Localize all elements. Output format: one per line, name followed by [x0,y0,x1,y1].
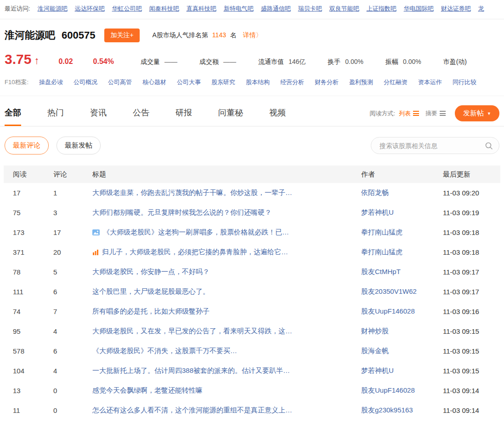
recent-visit-link[interactable]: 闻泰科技吧 [149,5,179,13]
f10-link[interactable]: 分红融资 [384,78,408,86]
stock-code: 600575 [62,29,95,41]
f10-link[interactable]: 公司概况 [74,78,97,86]
f10-link[interactable]: 公司大事 [177,78,201,86]
post-title-cell: 这个股巴里，大尸级老屁股最恶心了。 [92,287,361,296]
quote-field: 市盈(动) [443,58,471,66]
latest-posts-button[interactable]: 最新发帖 [57,137,101,154]
read-count: 173 [13,229,53,236]
search-input[interactable] [379,142,485,150]
post-title-link[interactable]: 《大师级老股民》这老狗一刷屏唱多，股票价格就必跌！已… [103,228,289,237]
follow-button[interactable]: 加关注+ [104,29,139,42]
filters-row: 最新评论 最新发帖 [0,126,504,154]
post-author-link[interactable]: 股友UupF146028 [361,386,443,395]
recent-visit-link[interactable]: 上证指数吧 [367,5,396,13]
f10-link[interactable]: 同行比较 [453,78,476,86]
recent-visit-link[interactable]: 华电国际吧 [404,5,434,13]
quote-field: 成交额—— [199,58,236,66]
quote-field-label: 换手 [328,58,340,66]
f10-link[interactable]: 经营分析 [280,78,304,86]
post-updated-time: 11-03 09:17 [443,288,500,296]
post-title-link[interactable]: 这个股巴里，大尸级老屁股最恶心了。 [92,287,210,296]
recent-visit-link[interactable]: 盛路通信吧 [261,5,291,13]
post-author-link[interactable]: 股友CtMHpT [361,268,443,276]
search-icon[interactable] [485,142,493,150]
post-author-link[interactable]: 梦若神机U [361,366,443,375]
f10-link[interactable]: 股东研究 [211,78,235,86]
tab-all[interactable]: 全部 [5,104,21,126]
quote-field-label: 流通市值 [258,58,284,66]
post-author-link[interactable]: 拳打南山猛虎 [361,228,443,237]
comment-count: 4 [53,327,92,335]
f10-link[interactable]: 公司高管 [108,78,132,86]
post-title-cell: 归儿子，大师级老股民，必须把它揍的鼻青脸肿，达遍给它… [92,248,361,257]
f10-link[interactable]: 盈利预测 [349,78,373,86]
post-title-link[interactable]: 一大批新托上场了。估计周四388被套的派来的。估计又要趴半… [92,366,290,375]
post-updated-time: 11-03 09:17 [443,268,500,276]
tab-reports[interactable]: 研报 [176,104,192,126]
post-author-link[interactable]: 财神炒股 [361,327,443,336]
tab-announcements[interactable]: 公告 [133,104,149,126]
post-title-link[interactable]: 大师级老胶民，你安静一点，不好吗？ [92,268,210,276]
recent-visit-link[interactable]: 财达证券吧 [441,5,471,13]
post-author-link[interactable]: 股友g230k95163 [361,406,443,415]
f10-label: F10档案: [5,78,28,86]
post-title-cell: 大师级老股民，又在发，早已发的公告了，看来明天又得跌，这… [92,327,361,336]
rank-suffix: 名 [230,31,237,39]
f10-link[interactable]: 资本运作 [418,78,442,86]
recent-visit-link[interactable]: 远达环保吧 [75,5,105,13]
read-mode-list[interactable]: 列表 [399,109,419,118]
read-count: 13 [13,387,53,394]
recent-visit-link[interactable]: 双良节能吧 [329,5,359,13]
comment-count: 3 [53,209,92,217]
read-mode-digest-label: 摘要 [425,109,437,118]
tab-hot[interactable]: 热门 [47,104,64,126]
post-title-link[interactable]: 大师级老股民，又在发，早已发的公告了，看来明天又得跌，这… [92,327,292,336]
post-title-link[interactable]: 《大师级老股民》不消失，这股票千万不要买… [92,347,237,355]
digest-view-icon [440,111,446,116]
table-row: 747所有唱多的必是托，比如大师级鳖孙子股友UupF14602811-03 09… [4,302,500,321]
rank-prefix: A股市场人气排名第 [153,31,208,39]
chevron-down-icon: ▼ [487,111,491,116]
post-title-cell: 大师级老韭菜，你跑去乱污蔑我的帖子干嘛。你炒这股，一辈子… [92,189,361,197]
post-author-link[interactable]: 拳打南山猛虎 [361,248,443,257]
f10-link[interactable]: 财务分析 [315,78,339,86]
f10-links: 操盘必读公司概况公司高管核心题材公司大事股东研究股本结构经营分析财务分析盈利预测… [39,78,476,86]
post-updated-time: 11-03 09:15 [443,327,500,335]
search-box[interactable] [371,137,499,154]
quote-field-label: 市盈(动) [443,58,467,66]
post-title-link[interactable]: 感觉今天会飘绿啊，老鳖还能转性嘛 [92,386,203,395]
tab-video[interactable]: 视频 [269,104,286,126]
image-icon [92,229,100,235]
recent-visit-link[interactable]: 直真科技吧 [187,5,216,13]
recent-visit-link[interactable]: 龙 [478,5,484,13]
table-row: 785大师级老胶民，你安静一点，不好吗？股友CtMHpT11-03 09:17 [4,262,500,282]
post-title-link[interactable]: 归儿子，大师级老股民，必须把它揍的鼻青脸肿，达遍给它… [102,248,288,257]
post-author-link[interactable]: 股友20350V1W62 [361,287,443,296]
post-author-link[interactable]: 依陌龙畅 [361,189,443,197]
post-author-link[interactable]: 股友UupF146028 [361,307,443,316]
recent-visit-link[interactable]: 淮河能源吧 [38,5,68,13]
tab-ask-secretary[interactable]: 问董秘 [218,104,243,126]
quote-field-label: 成交量 [141,58,160,66]
post-title-cell: 《大师级老股民》不消失，这股票千万不要买… [92,347,361,355]
post-title-link[interactable]: 所有唱多的必是托，比如大师级鳖孙子 [92,307,210,316]
f10-link[interactable]: 股本结构 [246,78,270,86]
latest-comments-button[interactable]: 最新评论 [5,137,49,154]
post-author-link[interactable]: 股海金帆 [361,347,443,355]
recent-visit-link[interactable]: 华虹公司吧 [112,5,142,13]
f10-link[interactable]: 操盘必读 [39,78,63,86]
post-title-link[interactable]: 怎么还有这么多人看不清，这个淮河能源的重组不是真正意义上… [92,406,292,415]
post-title-link[interactable]: 大师们都别嘴硬。元旦复牌时候我怎么说的？你们还嘴硬？ [92,208,272,217]
rank-detail-link[interactable]: 详情〉 [243,31,262,39]
new-post-button[interactable]: 发新帖 ▼ [455,105,499,121]
read-count: 11 [13,406,53,414]
post-title-link[interactable]: 大师级老韭菜，你跑去乱污蔑我的帖子干嘛。你炒这股，一辈子… [92,189,292,197]
recent-visit-link[interactable]: 新特电气吧 [224,5,254,13]
tab-news[interactable]: 资讯 [90,104,107,126]
read-mode-digest[interactable]: 摘要 [425,109,446,118]
post-author-link[interactable]: 梦若神机U [361,208,443,217]
comment-count: 6 [53,347,92,355]
f10-link[interactable]: 核心题材 [142,78,166,86]
stock-header: 淮河能源吧 600575 加关注+ A股市场人气排名第 1143 名 详情〉 [0,19,504,42]
recent-visit-link[interactable]: 瑞贝卡吧 [298,5,322,13]
